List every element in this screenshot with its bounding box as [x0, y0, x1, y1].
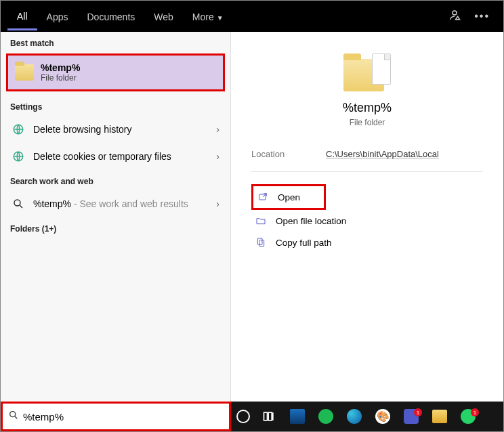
- action-copy-path[interactable]: Copy full path: [251, 232, 483, 253]
- best-match-result[interactable]: %temp% File folder: [6, 53, 225, 91]
- cortana-icon[interactable]: [236, 410, 250, 423]
- chevron-right-icon: ›: [216, 198, 219, 209]
- microsoft-store-icon[interactable]: [288, 407, 307, 426]
- location-label: Location: [251, 149, 299, 159]
- section-search-work-web: Search work and web: [1, 170, 230, 190]
- best-match-title: %temp%: [41, 62, 80, 73]
- search-filter-tabs: All Apps Documents Web More▼ •••: [1, 1, 503, 32]
- svg-point-0: [453, 11, 457, 15]
- svg-rect-6: [259, 240, 264, 246]
- svg-point-3: [14, 200, 20, 206]
- search-box[interactable]: [1, 402, 231, 431]
- svg-point-7: [10, 412, 16, 417]
- folder-large-icon: [343, 52, 391, 91]
- preview-title: %temp%: [251, 101, 483, 115]
- file-explorer-icon[interactable]: [430, 407, 449, 426]
- paint-icon[interactable]: 🎨: [373, 407, 392, 426]
- tab-all[interactable]: All: [7, 3, 37, 30]
- globe-icon: [12, 123, 25, 136]
- notification-badge: 1: [414, 408, 422, 416]
- edge-icon[interactable]: [345, 407, 364, 426]
- action-open[interactable]: Open: [251, 184, 326, 210]
- svg-rect-9: [268, 412, 272, 420]
- search-input[interactable]: [23, 411, 224, 423]
- folder-icon: [15, 64, 34, 81]
- tab-web[interactable]: Web: [144, 3, 183, 29]
- section-best-match: Best match: [1, 32, 230, 52]
- preview-subtitle: File folder: [251, 118, 483, 127]
- action-open-location[interactable]: Open file location: [251, 210, 483, 232]
- results-panel: Best match %temp% File folder Settings D…: [1, 32, 231, 402]
- copy-icon: [255, 237, 266, 248]
- whatsapp-icon[interactable]: 1: [459, 407, 478, 426]
- tab-more[interactable]: More▼: [183, 3, 233, 29]
- folder-open-icon: [255, 215, 266, 226]
- tab-apps[interactable]: Apps: [37, 3, 78, 29]
- setting-delete-history[interactable]: Delete browsing history ›: [1, 116, 230, 143]
- location-value[interactable]: C:\Users\binit\AppData\Local: [326, 149, 439, 159]
- svg-rect-8: [264, 412, 268, 420]
- preview-panel: %temp% File folder Location C:\Users\bin…: [231, 32, 503, 402]
- teams-icon[interactable]: 1: [402, 407, 421, 426]
- feedback-icon[interactable]: [448, 9, 461, 24]
- svg-rect-5: [257, 238, 262, 244]
- chevron-right-icon: ›: [216, 124, 219, 135]
- open-icon: [257, 192, 268, 202]
- search-icon: [8, 410, 19, 423]
- task-view-icon[interactable]: [259, 407, 278, 426]
- chevron-right-icon: ›: [216, 151, 219, 162]
- globe-icon: [12, 150, 25, 163]
- spotify-icon[interactable]: [316, 407, 335, 426]
- web-search-suggestion[interactable]: %temp% - See work and web results ›: [1, 190, 230, 217]
- more-options-icon[interactable]: •••: [474, 10, 490, 22]
- taskbar: 🎨 1 1: [231, 402, 503, 431]
- tab-documents[interactable]: Documents: [77, 3, 144, 29]
- chevron-down-icon: ▼: [217, 14, 224, 22]
- section-settings: Settings: [1, 95, 230, 116]
- best-match-subtitle: File folder: [41, 73, 80, 83]
- setting-delete-cookies[interactable]: Delete cookies or temporary files ›: [1, 143, 230, 170]
- search-icon: [12, 197, 25, 211]
- section-folders: Folders (1+): [1, 217, 230, 238]
- location-row: Location C:\Users\binit\AppData\Local: [251, 145, 483, 172]
- notification-badge: 1: [471, 408, 479, 416]
